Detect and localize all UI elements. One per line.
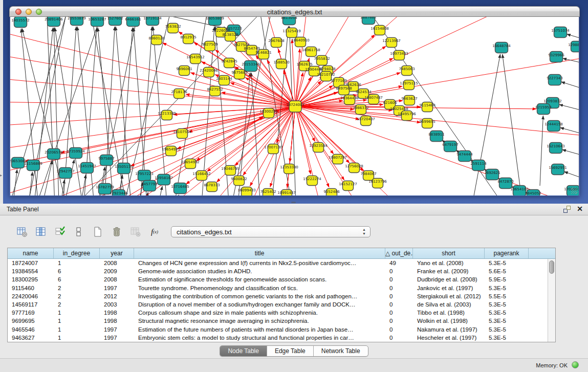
network-node[interactable]: 2718176 xyxy=(171,89,187,99)
network-node[interactable]: 12444158 xyxy=(545,121,563,132)
network-node[interactable]: 12942757 xyxy=(56,168,75,179)
table-cell[interactable]: Estimation of the future numbers of pati… xyxy=(134,325,385,334)
table-cell[interactable]: 14569117 xyxy=(8,300,54,309)
table-cell[interactable]: 49 xyxy=(385,259,413,267)
network-node[interactable]: 12756028 xyxy=(345,163,363,173)
network-node[interactable]: 17957223 xyxy=(135,170,154,181)
table-row[interactable]: 969969511998Structural magnetic resonanc… xyxy=(8,317,555,325)
network-node[interactable]: 10653287 xyxy=(88,17,106,27)
network-node[interactable]: 9827509 xyxy=(202,41,217,51)
network-node[interactable]: 9115460 xyxy=(419,102,435,112)
table-cell[interactable]: 9777169 xyxy=(8,309,54,317)
network-node[interactable]: 11451947 xyxy=(78,163,96,173)
table-cell[interactable]: 2 xyxy=(54,292,100,300)
network-node[interactable]: 16154808 xyxy=(371,26,389,35)
table-cell[interactable]: 5.3E-5 xyxy=(485,334,529,342)
network-node[interactable]: 16961758 xyxy=(302,47,320,57)
network-node[interactable]: 7692621 xyxy=(484,169,500,180)
table-cell[interactable]: 19384554 xyxy=(8,267,54,275)
table-cell[interactable]: Estimation of significance thresholds fo… xyxy=(134,275,385,283)
table-cell[interactable]: 5.3E-5 xyxy=(485,317,529,325)
network-node[interactable]: 9975887 xyxy=(98,155,114,166)
tab-node-table[interactable]: Node Table xyxy=(220,346,267,356)
network-node[interactable]: 2967608 xyxy=(268,38,284,48)
column-header-name[interactable]: name xyxy=(8,248,54,258)
network-node[interactable]: 15166452 xyxy=(192,171,211,181)
table-cell[interactable]: Nakamura et al. (1997) xyxy=(413,325,485,334)
network-node[interactable]: 16053809 xyxy=(206,17,224,26)
network-node[interactable]: 18724007 xyxy=(286,101,304,112)
network-node[interactable]: 9699695 xyxy=(419,119,435,128)
table-cell[interactable]: 6 xyxy=(54,275,100,283)
network-node[interactable]: 15222274 xyxy=(303,176,321,186)
table-cell[interactable]: 1997 xyxy=(100,325,134,334)
import-table-icon[interactable] xyxy=(129,225,142,238)
table-cell[interactable]: Tibbo et al. (1998) xyxy=(413,309,485,317)
pane-splitter-handle[interactable] xyxy=(291,202,296,203)
network-node[interactable]: 10654932 xyxy=(181,159,200,169)
table-cell[interactable]: 9463627 xyxy=(8,334,54,342)
network-node[interactable]: 9845052 xyxy=(525,190,541,196)
table-cell[interactable]: 5.3E-5 xyxy=(485,325,529,334)
network-graph[interactable]: 1403557220891406205538791065328715276026… xyxy=(10,17,579,195)
network-node[interactable]: 9227343 xyxy=(547,75,562,85)
window-resize-grip[interactable] xyxy=(571,188,577,194)
network-node[interactable]: 12988322 xyxy=(568,41,579,52)
table-row[interactable]: 2242004622012Investigating the contribut… xyxy=(8,292,555,300)
table-cell[interactable]: 2 xyxy=(54,300,100,309)
table-scrollbar[interactable] xyxy=(548,259,555,342)
network-node[interactable]: 20891406 xyxy=(45,17,63,27)
network-node[interactable]: 2803144 xyxy=(216,76,232,85)
float-window-icon[interactable] xyxy=(563,206,571,213)
table-cell[interactable]: 1 xyxy=(54,309,100,317)
network-node[interactable]: 7625402 xyxy=(260,189,276,196)
network-node[interactable]: 12353380 xyxy=(280,164,298,174)
table-cell[interactable]: de Silva et al. (2003) xyxy=(413,300,485,309)
delete-column-icon[interactable] xyxy=(110,225,123,238)
network-node[interactable]: 8912935 xyxy=(180,34,196,44)
table-cell[interactable]: 9699695 xyxy=(8,317,54,325)
table-row[interactable]: 946554611997Estimation of the future num… xyxy=(8,325,555,334)
network-node[interactable]: 17359924 xyxy=(67,148,85,159)
table-cell[interactable]: Structural magnetic resonance image aver… xyxy=(134,317,385,325)
network-node[interactable]: 2887682 xyxy=(360,17,376,25)
table-cell[interactable]: Investigating the contribution of common… xyxy=(134,292,385,300)
network-node[interactable]: 1588520 xyxy=(273,59,289,69)
table-cell[interactable]: Hescheler et al. (1997) xyxy=(413,334,485,342)
network-canvas[interactable]: 1403557220891406205538791065328715276026… xyxy=(10,17,579,195)
network-node[interactable]: 6497568 xyxy=(336,85,352,95)
network-node[interactable]: 11156869 xyxy=(24,160,42,171)
tab-network-table[interactable]: Network Table xyxy=(314,346,368,356)
table-cell[interactable]: 0 xyxy=(385,267,413,275)
table-cell[interactable]: 5.3E-5 xyxy=(485,300,529,309)
network-node[interactable]: 7163822 xyxy=(165,24,181,33)
table-cell[interactable]: Genome-wide association studies in ADHD. xyxy=(134,267,385,275)
network-node[interactable]: 10807297 xyxy=(329,155,347,164)
table-cell[interactable]: 0 xyxy=(385,334,413,342)
column-chooser-icon[interactable] xyxy=(34,225,48,238)
network-node[interactable]: 8678313 xyxy=(204,182,220,192)
network-node[interactable]: 17007130 xyxy=(264,144,282,154)
network-node[interactable]: 15751074 xyxy=(551,27,570,38)
column-header-out_de[interactable]: △ out_de… xyxy=(385,248,413,258)
table-cell[interactable]: 0 xyxy=(385,309,413,317)
table-cell[interactable]: 1997 xyxy=(100,284,134,292)
network-node[interactable]: 9875685 xyxy=(231,70,247,79)
table-cell[interactable]: Tourette syndrome. Phenomenology and cla… xyxy=(134,284,385,292)
panel-collapse-handle[interactable]: ▸ xyxy=(0,173,2,178)
network-node[interactable]: 15692951 xyxy=(549,164,567,175)
table-cell[interactable]: 1 xyxy=(54,334,100,342)
table-cell[interactable]: 1 xyxy=(54,317,100,325)
network-node[interactable]: 20206576 xyxy=(45,149,63,160)
table-cell[interactable]: 5.6E-5 xyxy=(485,267,529,275)
column-header-short[interactable]: short xyxy=(413,248,485,258)
network-node[interactable]: 9329966 xyxy=(548,52,564,62)
table-cell[interactable]: Jankovic et al. (1997) xyxy=(413,284,485,292)
table-row[interactable]: 977716911998Corpus callosum shape and si… xyxy=(8,309,555,317)
table-row[interactable]: 1938455462009Genome-wide association stu… xyxy=(8,267,555,275)
table-cell[interactable]: Dudbridge et al. (2008) xyxy=(413,275,485,283)
table-cell[interactable]: 5.3E-5 xyxy=(485,259,529,267)
network-node[interactable]: 1527602 xyxy=(107,17,123,26)
table-cell[interactable]: 5.5E-5 xyxy=(485,292,529,300)
network-node[interactable]: 20553879 xyxy=(68,17,86,26)
